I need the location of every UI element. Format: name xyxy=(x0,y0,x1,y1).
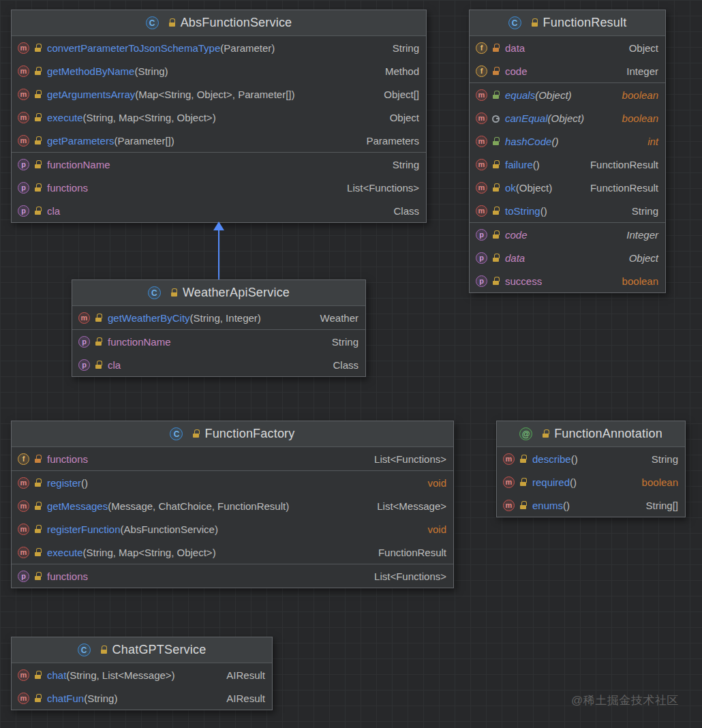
method-row[interactable]: execute (String, Map<String, Object>) Ob… xyxy=(12,106,426,129)
member-type: boolean xyxy=(613,275,658,287)
method-row[interactable]: getParameters (Parameter[]) Parameters xyxy=(12,129,426,152)
field-row[interactable]: code Integer xyxy=(470,59,665,82)
method-row[interactable]: toString () String xyxy=(470,199,665,222)
method-row[interactable]: registerFunction (AbsFunctionService) vo… xyxy=(12,517,453,541)
member-name: data xyxy=(505,252,525,264)
class-header[interactable]: FunctionAnnotation xyxy=(497,421,685,447)
member-name: failure xyxy=(505,159,533,170)
method-icon xyxy=(78,312,90,324)
member-type: List<Functions> xyxy=(365,453,446,465)
property-icon xyxy=(476,229,487,241)
class-box-functionresult[interactable]: FunctionResult data Object code Integer … xyxy=(469,10,666,293)
method-icon xyxy=(18,524,29,535)
member-type: AIResult xyxy=(217,669,265,681)
property-row[interactable]: success boolean xyxy=(470,269,665,292)
method-row[interactable]: ok (Object) FunctionResult xyxy=(470,176,665,199)
method-row[interactable]: hashCode () int xyxy=(470,130,665,153)
property-row[interactable]: cla Class xyxy=(12,199,426,222)
member-name: data xyxy=(505,42,525,54)
method-row[interactable]: getMessages (Message, ChatChoice, Functi… xyxy=(12,494,453,517)
member-name: code xyxy=(505,65,528,77)
member-name: required xyxy=(532,476,570,488)
method-row[interactable]: describe () String xyxy=(497,447,685,470)
class-header[interactable]: FunctionFactory xyxy=(12,421,453,447)
class-title: AbsFunctionService xyxy=(181,16,292,30)
lock-icon xyxy=(492,277,500,286)
lock-icon xyxy=(34,548,42,557)
method-icon xyxy=(476,182,487,194)
lock-icon xyxy=(519,501,527,510)
method-icon xyxy=(18,693,29,704)
class-box-functionfactory[interactable]: FunctionFactory functions List<Functions… xyxy=(11,421,454,588)
inheritance-line xyxy=(218,230,219,279)
member-type: Class xyxy=(323,359,358,371)
lock-icon xyxy=(34,455,42,464)
method-row[interactable]: required () boolean xyxy=(497,470,685,494)
member-params: (String) xyxy=(134,65,168,77)
properties-section: functions List<Functions> xyxy=(12,564,453,588)
class-header[interactable]: FunctionResult xyxy=(470,10,665,36)
lock-icon xyxy=(34,479,42,487)
member-params: () xyxy=(570,476,577,488)
property-icon xyxy=(18,159,29,170)
property-row[interactable]: functionName String xyxy=(12,153,426,176)
method-row[interactable]: convertParameterToJsonSchemaType (Parame… xyxy=(12,36,426,59)
method-row[interactable]: getWeatherByCity (String, Integer) Weath… xyxy=(72,306,365,329)
member-params: (Parameter) xyxy=(220,42,275,54)
method-row[interactable]: getMethodByName (String) Method xyxy=(12,59,426,82)
lock-icon xyxy=(95,337,102,346)
methods-section: chat (String, List<Message>) AIResult ch… xyxy=(12,663,272,710)
member-name: functions xyxy=(47,453,88,465)
member-type: int xyxy=(638,136,658,147)
property-row[interactable]: cla Class xyxy=(72,353,365,376)
method-row[interactable]: canEqual (Object) boolean xyxy=(470,106,665,130)
property-row[interactable]: data Object xyxy=(470,246,665,269)
member-name: describe xyxy=(532,453,571,465)
method-row[interactable]: getArgumentsArray (Map<String, Object>, … xyxy=(12,82,426,106)
method-row[interactable]: chat (String, List<Message>) AIResult xyxy=(12,663,272,686)
class-box-functionannotation[interactable]: FunctionAnnotation describe () String re… xyxy=(496,421,686,517)
member-name: cla xyxy=(108,359,121,371)
member-type: String xyxy=(383,42,419,54)
member-name: getMethodByName xyxy=(47,65,134,77)
class-header[interactable]: ChatGPTService xyxy=(12,637,272,663)
method-icon xyxy=(476,159,487,170)
method-icon xyxy=(503,476,515,488)
property-row[interactable]: functionName String xyxy=(72,330,365,353)
lock-icon xyxy=(34,183,42,192)
class-header[interactable]: WeatherApiService xyxy=(72,280,365,306)
member-type: void xyxy=(418,477,446,489)
class-box-chatgptservice[interactable]: ChatGPTService chat (String, List<Messag… xyxy=(11,637,273,710)
member-name: getArgumentsArray xyxy=(47,89,135,100)
property-row[interactable]: functions List<Functions> xyxy=(12,564,453,588)
lock-icon xyxy=(95,361,102,369)
class-header[interactable]: AbsFunctionService xyxy=(12,10,426,36)
method-row[interactable]: register () void xyxy=(12,471,453,494)
method-row[interactable]: chatFun (String) AIResult xyxy=(12,686,272,710)
method-icon xyxy=(18,477,29,489)
method-row[interactable]: enums () String[] xyxy=(497,494,685,517)
lock-icon xyxy=(95,314,102,322)
lock-icon xyxy=(519,478,527,487)
method-icon xyxy=(18,135,29,147)
method-row[interactable]: failure () FunctionResult xyxy=(470,153,665,176)
class-box-weatherapiservice[interactable]: WeatherApiService getWeatherByCity (Stri… xyxy=(72,279,366,377)
class-icon xyxy=(170,427,183,440)
field-row[interactable]: data Object xyxy=(470,36,665,59)
member-name: functionName xyxy=(108,336,171,348)
member-params: () xyxy=(571,453,578,465)
method-icon xyxy=(18,42,29,54)
lock-icon xyxy=(34,113,42,122)
method-row[interactable]: execute (String, Map<String, Object>) Fu… xyxy=(12,541,453,564)
field-row[interactable]: functions List<Functions> xyxy=(12,447,453,470)
lock-icon xyxy=(492,183,500,192)
class-box-absfunctionservice[interactable]: AbsFunctionService convertParameterToJso… xyxy=(11,10,427,223)
class-title: FunctionResult xyxy=(543,16,627,30)
fields-section: data Object code Integer xyxy=(470,36,665,82)
method-row[interactable]: equals (Object) boolean xyxy=(470,83,665,106)
property-row[interactable]: functions List<Functions> xyxy=(12,176,426,199)
lock-icon xyxy=(34,694,42,703)
property-row[interactable]: code Integer xyxy=(470,223,665,246)
member-params: (String, Map<String, Object>) xyxy=(83,547,216,558)
member-type: Method xyxy=(376,65,419,77)
